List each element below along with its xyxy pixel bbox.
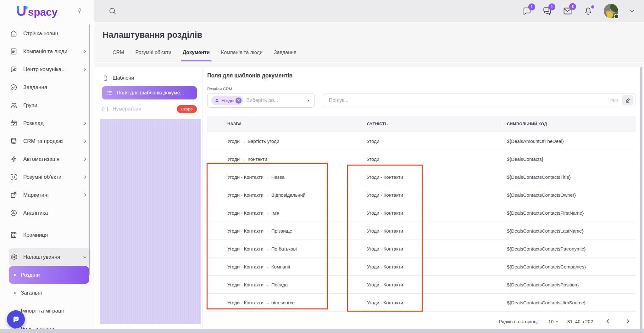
panel-heading: Поля для шаблонів документів [207, 72, 636, 79]
sidebar-item-newsfeed[interactable]: Стрічка новин [9, 25, 91, 42]
selected-chip-deals[interactable]: Угоди ✕ [211, 96, 243, 105]
user-avatar[interactable] [604, 4, 618, 18]
cell-symbol-code: ${DealsContactsContactsLastName} [501, 228, 636, 234]
profile-chevron-down-icon[interactable] [629, 8, 635, 14]
file-icon [102, 75, 108, 82]
clear-search-button[interactable] [622, 95, 633, 105]
sidebar-subitem-label: Загальні [21, 290, 42, 296]
cell-entity: Угоди - Контакти [361, 228, 501, 234]
main-sidebar: U spacy Стрічка новин Компанія та люди Ц… [0, 0, 94, 333]
cell-name: Угоди - Контакти→По батькові [207, 246, 361, 251]
logo-text: spacy [28, 6, 58, 18]
subnav-item-templates[interactable]: Шаблони [102, 72, 197, 84]
sidebar-item-smart-objects[interactable]: Розумні об'єкти [9, 168, 91, 186]
subnav-item-template-fields[interactable]: Поля для шаблонів докуме... [102, 86, 197, 99]
sidebar-item-tasks[interactable]: Завдання [9, 78, 91, 96]
sidebar-subitem-label: Імпорт та міграції [21, 308, 64, 314]
database-icon [9, 137, 18, 145]
topbar: 1 1 3 [94, 0, 644, 22]
sidebar-scrollbar[interactable] [89, 25, 90, 275]
cell-symbol-code: ${DealsContactsContactsUtmSource} [501, 300, 636, 305]
table-row[interactable]: Угоди - Контакти→Відповідальний Угоди - … [207, 186, 636, 204]
tab-smart-objects[interactable]: Розумні об'єкти [130, 50, 177, 61]
topbar-actions: 1 1 3 [522, 4, 635, 18]
sidebar-item-schedule[interactable]: Розклад [9, 114, 91, 132]
rows-per-page-value: 10 [548, 319, 554, 324]
cell-entity: Угоди - Контакти [361, 282, 501, 287]
arrow-icon: → [240, 156, 247, 162]
cell-entity: Угоди - Контакти [361, 174, 501, 180]
cell-entity: Угоди - Контакти [361, 264, 501, 269]
arrow-icon: → [264, 210, 271, 216]
chat-pen-icon [9, 65, 18, 74]
sidebar-nav: Стрічка новин Компанія та люди Центр ком… [0, 22, 94, 333]
check-circle-icon [9, 83, 18, 92]
sidebar-item-communication-center[interactable]: Центр комуніка... [9, 60, 91, 78]
cell-entity: Угоди - Контакти [361, 210, 501, 216]
chevron-right-icon [83, 175, 87, 179]
cell-entity: Угоди - Контакти [361, 192, 501, 198]
app-window: U spacy Стрічка новин Компанія та люди Ц… [0, 0, 644, 333]
cell-symbol-code: ${DealsContacts} [501, 156, 636, 162]
sidebar-item-settings[interactable]: Налаштування [9, 248, 91, 266]
fields-table: НАЗВА СУТНІСТЬ СИМВОЛЬНИЙ КОД Угоди→Варт… [207, 116, 636, 312]
table-row[interactable]: Угоди - Контакти→Ім'я Угоди - Контакти $… [207, 204, 636, 222]
sidebar-subitem-sections[interactable]: Розділи [9, 266, 89, 284]
table-row[interactable]: Угоди→Вартість угоди Угоди ${DealsAmount… [207, 132, 636, 150]
chats-icon[interactable]: 1 [542, 6, 552, 16]
rows-per-page-select[interactable]: 10 ▾ [548, 319, 558, 324]
soon-badge: Скоро [177, 105, 197, 113]
sidebar-item-automation[interactable]: Автоматизація [9, 150, 91, 168]
table-row[interactable]: Угоди - Контакти→Назва Угоди - Контакти … [207, 168, 636, 186]
table-row[interactable]: Угоди - Контакти→Посада Угоди - Контакти… [207, 276, 636, 294]
table-row[interactable]: Угоди - Контакти→utm source Угоди - Конт… [207, 294, 636, 312]
sidebar-item-store[interactable]: Крамниця [9, 226, 91, 244]
table-row[interactable]: Угоди - Контакти→По батькові Угоди - Кон… [207, 240, 636, 258]
sidebar-item-label: Крамниця [23, 232, 48, 238]
cell-symbol-code: ${DealsContactsContactsPatronymic} [501, 246, 636, 251]
chevron-right-icon [83, 157, 87, 161]
page-scrollbar[interactable] [640, 67, 642, 333]
table-row[interactable]: Угоди - Контакти→Компанії Угоди - Контак… [207, 258, 636, 276]
sidebar-subitem-general[interactable]: Загальні [9, 284, 91, 302]
comments-icon[interactable]: 1 [522, 6, 532, 16]
tab-documents[interactable]: Документи [177, 50, 215, 61]
sidebar-item-analytics[interactable]: Аналітика [9, 204, 91, 222]
tab-crm[interactable]: CRM [107, 50, 130, 61]
sidebar-item-label: CRM та продажі [23, 138, 63, 144]
sidebar-item-label: Завдання [23, 84, 47, 91]
sidebar-item-label: Компанія та люди [23, 48, 67, 55]
search-input[interactable] [329, 98, 607, 103]
crm-sections-select[interactable]: Угоди ✕ Виберіть ро... ▾ [207, 93, 315, 108]
sidebar-item-groups[interactable]: Групи [9, 96, 91, 114]
sidebar-item-crm-sales[interactable]: CRM та продажі [9, 132, 91, 150]
arrow-icon: → [264, 264, 271, 269]
sidebar-item-company-people[interactable]: Компанія та люди [9, 42, 91, 60]
table-row[interactable]: Угоди - Контакти→Прізвище Угоди - Контак… [207, 222, 636, 240]
filter-label: Розділи CRM [207, 87, 636, 91]
cell-entity: Угоди - Контакти [361, 300, 501, 305]
comments-badge: 1 [528, 3, 535, 10]
tab-tasks[interactable]: Завдання [268, 50, 302, 61]
people-icon [9, 101, 18, 110]
cell-symbol-code: ${DealsContactsContactsCompanies} [501, 264, 636, 269]
bullet-icon [14, 274, 16, 276]
bell-icon[interactable] [583, 6, 593, 16]
search-icon[interactable] [108, 7, 117, 15]
tab-company-people[interactable]: Компанія та люди [215, 50, 268, 61]
cell-entity: Угоди - Контакти [361, 246, 501, 251]
sidebar-divider [9, 246, 88, 246]
sidebar-item-label: Центр комуніка... [23, 66, 66, 73]
sidebar-item-marketing[interactable]: Маркетинг [9, 186, 91, 204]
pin-sidebar-icon[interactable] [76, 8, 83, 14]
previous-page-button[interactable] [602, 316, 613, 327]
mail-icon[interactable]: 3 [563, 6, 573, 16]
chip-remove-icon[interactable]: ✕ [236, 98, 242, 104]
arrow-icon: → [264, 282, 271, 287]
person-icon [214, 98, 219, 103]
table-row[interactable]: Угоди→Контакти Угоди ${DealsContacts} [207, 150, 636, 168]
support-chat-button[interactable] [7, 310, 25, 328]
pagination-bar: Рядків на сторінці: 10 ▾ 31–40 з 202 [207, 312, 636, 331]
content-area: Налаштування розділів CRM Розумні об'єкт… [94, 22, 644, 333]
next-page-button[interactable] [623, 316, 633, 327]
